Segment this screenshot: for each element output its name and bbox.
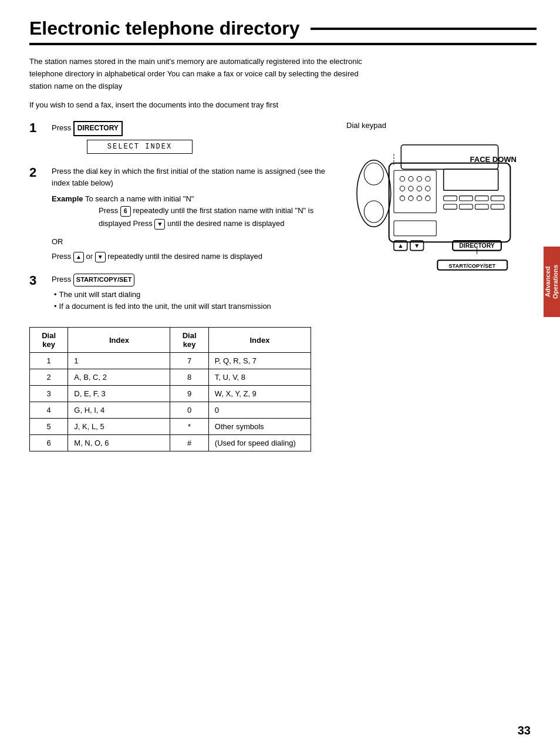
bullet-1: The unit will start dialing <box>54 289 335 301</box>
index-2: 0 <box>208 402 311 419</box>
left-column: 1 Press DIRECTORY SELECT INDEX 2 Press t… <box>29 121 335 451</box>
svg-point-4 <box>364 201 383 223</box>
example-line3: until the desired name is displayed <box>167 219 284 228</box>
diagram-area: Dial keypad <box>340 121 528 344</box>
step-3: 3 Press START/COPY/SET The unit will sta… <box>29 274 335 313</box>
index-2: (Used for speed dialing) <box>208 435 311 451</box>
intro-note: If you wish to send a fax, insert the do… <box>29 100 537 109</box>
index-1: D, E, F, 3 <box>68 386 170 402</box>
select-index-display: SELECT INDEX <box>87 140 193 154</box>
example-label: Example <box>52 194 83 203</box>
step-1-content: Press DIRECTORY SELECT INDEX <box>52 121 335 157</box>
right-column: Dial keypad <box>335 121 537 451</box>
side-tab: Advanced Operations <box>544 247 560 317</box>
start-copy-set-button[interactable]: START/COPY/SET <box>73 274 135 287</box>
dial-key-1: 3 <box>30 386 68 402</box>
svg-point-17 <box>417 196 421 201</box>
step-3-bullets: The unit will start dialing If a documen… <box>52 289 335 314</box>
svg-point-18 <box>426 196 430 201</box>
svg-rect-26 <box>491 204 504 209</box>
svg-point-11 <box>400 186 404 191</box>
svg-point-2 <box>357 160 391 227</box>
index-1: 1 <box>68 353 170 369</box>
index-2: T, U, V, 8 <box>208 369 311 386</box>
dial-key-1: 1 <box>30 353 68 369</box>
press-or-line: Press ▲ or ▼ repeatedly until the desire… <box>52 251 335 263</box>
or-text: OR <box>52 236 335 248</box>
svg-text:▼: ▼ <box>414 243 420 250</box>
svg-point-15 <box>400 196 404 201</box>
intro-paragraph: The station names stored in the main uni… <box>29 56 370 92</box>
svg-point-9 <box>417 177 421 181</box>
press-or-label: Press <box>52 252 71 261</box>
index-1: A, B, C, 2 <box>68 369 170 386</box>
svg-rect-20 <box>460 196 473 201</box>
svg-text:START/COPY/SET: START/COPY/SET <box>448 263 495 269</box>
table-row: 1 1 7 P, Q, R, S, 7 <box>30 353 311 369</box>
step-2-number: 2 <box>29 166 46 265</box>
svg-rect-24 <box>460 204 473 209</box>
arrow-or-text: or <box>86 252 95 261</box>
step-3-content: Press START/COPY/SET The unit will start… <box>52 274 335 313</box>
col-index-2-header: Index <box>208 328 311 353</box>
svg-rect-6 <box>394 171 436 213</box>
col-index-1-header: Index <box>68 328 170 353</box>
index-1: G, H, I, 4 <box>68 402 170 419</box>
step-2-text: Press the dial key in which the first in… <box>52 166 335 190</box>
page-number: 33 <box>518 724 531 737</box>
svg-point-8 <box>409 177 413 181</box>
example-block: Example To search a name with initial "N… <box>52 194 335 230</box>
index-1: J, K, L, 5 <box>68 419 170 435</box>
dial-key-2: 7 <box>170 353 208 369</box>
dial-key-1: 5 <box>30 419 68 435</box>
step-1-press-label: Press <box>52 123 71 132</box>
index-2: Other symbols <box>208 419 311 435</box>
dial-key-2: 0 <box>170 402 208 419</box>
key-6-button[interactable]: 6 <box>120 206 131 217</box>
table-row: 6 M, N, O, 6 # (Used for speed dialing) <box>30 435 311 451</box>
svg-rect-5 <box>444 170 498 191</box>
step-2-content: Press the dial key in which the first in… <box>52 166 335 265</box>
index-table: Dialkey Index Dialkey Index 1 1 7 P, Q, … <box>29 327 311 451</box>
svg-text:▲: ▲ <box>397 243 403 250</box>
main-content: 1 Press DIRECTORY SELECT INDEX 2 Press t… <box>29 121 537 451</box>
step-1: 1 Press DIRECTORY SELECT INDEX <box>29 121 335 157</box>
svg-point-14 <box>426 186 430 191</box>
svg-point-10 <box>426 177 430 181</box>
step-3-press-label: Press <box>52 275 71 284</box>
index-2: W, X, Y, Z, 9 <box>208 386 311 402</box>
index-1: M, N, O, 6 <box>68 435 170 451</box>
table-row: 5 J, K, L, 5 * Other symbols <box>30 419 311 435</box>
step-2: 2 Press the dial key in which the first … <box>29 166 335 265</box>
svg-point-7 <box>400 177 404 181</box>
arrow-up-button[interactable]: ▲ <box>73 252 84 262</box>
svg-rect-22 <box>491 196 504 201</box>
directory-button[interactable]: DIRECTORY <box>73 121 123 136</box>
dial-key-2: # <box>170 435 208 451</box>
col-dial-key-2-header: Dialkey <box>170 328 208 353</box>
arrow-down-button-example[interactable]: ▼ <box>154 219 165 230</box>
face-down-label: FACE DOWN <box>470 155 517 164</box>
example-press-label: Press <box>99 206 118 215</box>
svg-point-3 <box>364 163 383 185</box>
svg-rect-27 <box>394 221 436 236</box>
press-or-text: repeatedly until the desired name is dis… <box>107 252 262 261</box>
svg-point-16 <box>409 196 413 201</box>
index-2: P, Q, R, S, 7 <box>208 353 311 369</box>
svg-rect-23 <box>444 204 457 209</box>
bullet-2: If a document is fed into the unit, the … <box>54 301 335 313</box>
page-title: Electronic telephone directory <box>29 18 537 45</box>
table-row: 2 A, B, C, 2 8 T, U, V, 8 <box>30 369 311 386</box>
svg-rect-0 <box>389 163 511 242</box>
dial-keypad-label: Dial keypad <box>346 121 386 130</box>
dial-key-2: 9 <box>170 386 208 402</box>
dial-key-2: * <box>170 419 208 435</box>
svg-rect-19 <box>444 196 457 201</box>
step-3-number: 3 <box>29 274 46 313</box>
example-text: To search a name with initial "N" <box>85 194 194 203</box>
table-row: 3 D, E, F, 3 9 W, X, Y, Z, 9 <box>30 386 311 402</box>
col-dial-key-1-header: Dialkey <box>30 328 68 353</box>
dial-key-1: 2 <box>30 369 68 386</box>
dial-key-2: 8 <box>170 369 208 386</box>
arrow-down-button[interactable]: ▼ <box>95 252 106 262</box>
